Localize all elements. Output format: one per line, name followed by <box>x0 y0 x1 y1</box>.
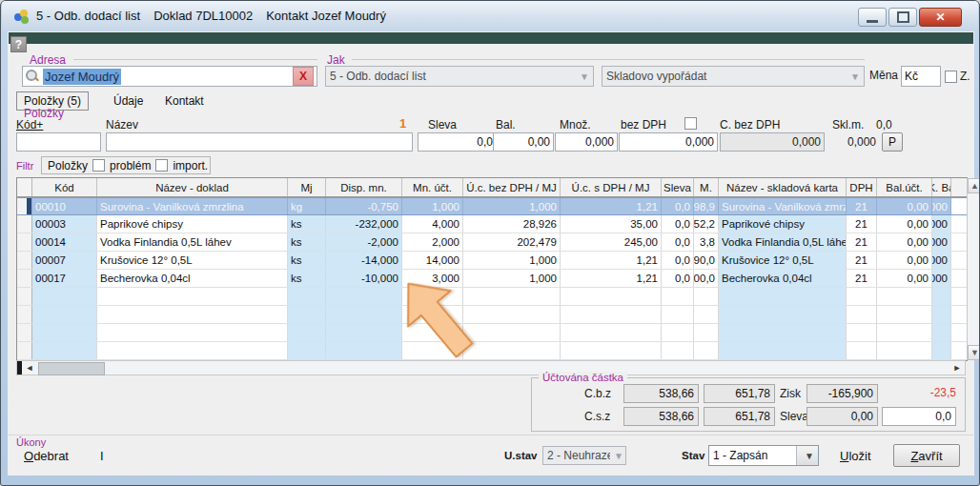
table-cell[interactable]: 0,00 <box>877 252 932 269</box>
kod-input[interactable] <box>16 132 101 152</box>
table-header-cell[interactable]: Název - skladová karta <box>719 178 847 196</box>
table-cell[interactable]: 0,0 <box>662 198 694 214</box>
nazev-input[interactable] <box>106 132 413 152</box>
table-cell[interactable]: -90,0 <box>694 252 719 269</box>
table-cell[interactable]: 35,00 <box>561 215 662 233</box>
table-cell[interactable]: 0,0000 <box>932 198 951 214</box>
jak-dropdown[interactable]: 5 - Odb. dodací list▼ <box>325 66 594 87</box>
scroll-down-button[interactable]: ▼ <box>968 345 980 360</box>
restore-button[interactable] <box>888 8 917 27</box>
table-cell[interactable]: ks <box>288 233 326 251</box>
problem-checkbox[interactable] <box>92 159 105 172</box>
scroll-right-button[interactable]: ► <box>949 361 965 375</box>
clear-adresa-button[interactable]: X <box>293 67 314 86</box>
table-cell[interactable]: 21 <box>847 252 877 269</box>
minimize-button[interactable] <box>858 8 887 27</box>
table-cell[interactable]: 21 <box>847 270 877 287</box>
table-header-cell[interactable]: DPH <box>847 178 877 196</box>
table-cell[interactable]: 1,000 <box>463 198 561 214</box>
adresa-input[interactable]: Jozef Moudrý X <box>22 66 317 87</box>
bez-dph-input[interactable]: 0,000 <box>619 132 718 152</box>
table-cell[interactable]: 0,00 <box>877 215 932 233</box>
table-cell[interactable]: Surovina - Vanilková zmrzlina <box>719 198 847 214</box>
table-cell[interactable]: -232,000 <box>326 215 402 233</box>
table-cell[interactable]: 21 <box>847 215 877 233</box>
table-cell[interactable]: 0,0 <box>662 215 694 233</box>
table-cell[interactable]: Krušovice 12° 0,5L <box>719 252 847 269</box>
table-cell[interactable]: 21 <box>847 233 877 251</box>
kod-label[interactable]: Kód+ <box>16 118 43 132</box>
table-row[interactable]: 00007Krušovice 12° 0,5Lks-14,00014,0001,… <box>17 252 967 270</box>
horizontal-scrollbar[interactable]: ◄ ► <box>16 360 966 375</box>
table-header-cell[interactable]: K. Ba <box>932 178 951 196</box>
items-table[interactable]: KódNázev - dokladMjDisp. mn.Mn. účt.Ú.c.… <box>16 177 968 361</box>
table-cell[interactable]: 0,0 <box>662 252 694 269</box>
table-cell[interactable]: 1,21 <box>561 198 662 214</box>
table-cell[interactable]: 0,00 <box>877 198 932 214</box>
mena-input[interactable]: Kč <box>901 66 941 87</box>
zavrit-button[interactable]: Zavřít <box>893 444 960 467</box>
table-cell[interactable]: ks <box>288 252 326 269</box>
table-header-cell[interactable]: Ú.c. s DPH / MJ <box>561 178 662 196</box>
import-checkbox[interactable] <box>155 159 168 172</box>
table-cell[interactable]: Paprikové chipsy <box>719 215 847 233</box>
table-header-cell[interactable]: Mn. účt. <box>402 178 463 196</box>
table-cell[interactable]: -2,000 <box>326 233 402 251</box>
table-cell[interactable]: 52,2 <box>694 215 719 233</box>
table-row[interactable]: 00017Becherovka 0,04clks-10,0003,0001,00… <box>17 270 967 288</box>
table-row[interactable]: 00014Vodka Finlandia 0,5L láhevks-2,0002… <box>17 233 967 252</box>
help-button[interactable]: ? <box>10 36 27 52</box>
table-header-cell[interactable]: M. <box>694 178 719 196</box>
table-cell[interactable]: -10,000 <box>326 270 402 287</box>
row-selector[interactable] <box>17 270 32 287</box>
table-header-cell[interactable]: Název - doklad <box>97 178 288 196</box>
table-header-cell[interactable]: Bal.účt. <box>877 178 932 196</box>
table-cell[interactable]: 0,0000 <box>932 215 951 233</box>
table-cell[interactable]: 1,21 <box>561 252 662 269</box>
table-cell[interactable]: 21 <box>847 198 877 214</box>
table-cell[interactable]: -14,000 <box>326 252 402 269</box>
table-cell[interactable]: Becherovka 0,04cl <box>719 270 847 287</box>
z-checkbox[interactable] <box>945 71 957 83</box>
table-cell[interactable]: 0,0000 <box>932 270 951 287</box>
odebrat-button[interactable]: Odebrat <box>24 449 69 463</box>
tab-udaje[interactable]: Údaje <box>113 94 143 108</box>
table-cell[interactable]: 0,0000 <box>932 233 951 251</box>
table-cell[interactable]: 00003 <box>32 215 97 233</box>
table-cell[interactable]: 1,000 <box>402 198 463 214</box>
table-header-cell[interactable]: Mj <box>288 178 326 196</box>
p-button[interactable]: P <box>882 132 903 152</box>
table-cell[interactable]: 1,000 <box>463 252 561 269</box>
scroll-up-button[interactable]: ▲ <box>968 178 980 193</box>
table-cell[interactable]: 2,000 <box>402 233 463 251</box>
table-cell[interactable]: 00017 <box>32 270 97 287</box>
tab-kontakt[interactable]: Kontakt <box>165 94 204 108</box>
row-selector[interactable] <box>17 233 32 251</box>
mnoz-input[interactable]: 0,000 <box>555 132 618 152</box>
table-cell[interactable]: 9 900,0 <box>694 270 719 287</box>
table-header-cell[interactable]: Sleva <box>662 178 694 196</box>
row-selector[interactable] <box>17 215 32 233</box>
hscroll-thumb[interactable] <box>38 362 105 375</box>
ulozit-button[interactable]: Uložit <box>840 449 871 463</box>
table-cell[interactable]: Vodka Finlandia 0,5L láhev <box>719 233 847 251</box>
table-cell[interactable]: 3,8 <box>694 233 719 251</box>
vertical-scrollbar[interactable]: ▲ ▼ <box>967 178 980 360</box>
table-header-cell[interactable]: Ú.c. bez DPH / MJ <box>463 178 561 196</box>
table-row[interactable]: 00003Paprikové chipsyks-232,0004,00028,9… <box>17 215 967 233</box>
table-cell[interactable]: 4,000 <box>402 215 463 233</box>
table-cell[interactable]: Becherovka 0,04cl <box>97 270 288 287</box>
sleva-input[interactable]: 0,0 <box>418 132 497 152</box>
table-row[interactable]: 00010Surovina - Vanilková zmrzlinakg-0,7… <box>17 197 967 215</box>
table-cell[interactable]: ks <box>288 215 326 233</box>
table-cell[interactable]: 1,000 <box>463 270 561 287</box>
table-header-cell[interactable]: Kód <box>32 178 97 196</box>
close-button[interactable]: ✕ <box>919 8 962 27</box>
table-cell[interactable]: -98,9 <box>694 198 719 214</box>
row-selector[interactable] <box>17 252 32 269</box>
table-cell[interactable]: 0,0000 <box>932 252 951 269</box>
table-cell[interactable]: 202,479 <box>463 233 561 251</box>
bez-dph-checkbox[interactable] <box>684 117 697 130</box>
scroll-left-button[interactable]: ◄ <box>22 361 37 375</box>
vyporadat-dropdown[interactable]: Skladovo vypořádat▼ <box>602 66 865 87</box>
